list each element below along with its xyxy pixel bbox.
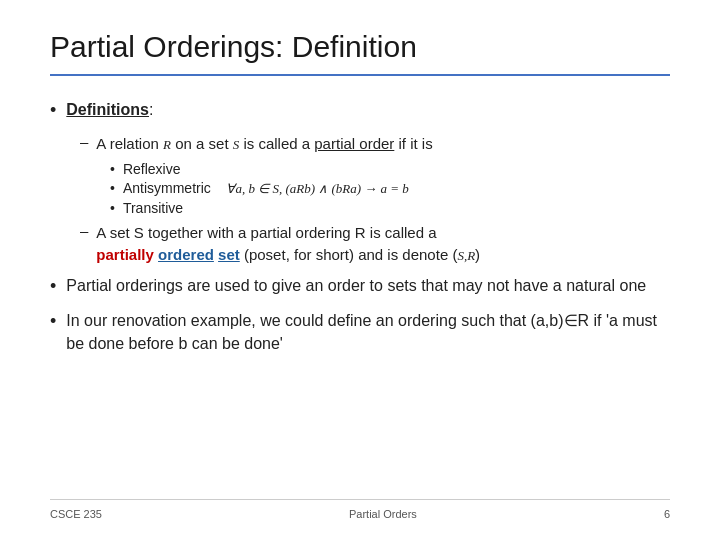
var-s: S	[233, 137, 240, 152]
footer-center: Partial Orders	[349, 508, 417, 520]
slide: Partial Orderings: Definition • Definiti…	[0, 0, 720, 540]
renovation-text: In our renovation example, we could defi…	[66, 309, 670, 355]
sub-bullet-relation: – A relation R on a set S is called a pa…	[80, 133, 670, 155]
poset-text: A set S together with a partial ordering…	[96, 222, 480, 266]
set-label: set	[218, 246, 240, 263]
subsub-transitive: • Transitive	[110, 200, 670, 216]
ordered-label: ordered	[158, 246, 214, 263]
footer-left: CSCE 235	[50, 508, 102, 520]
var-r: R	[163, 137, 171, 152]
antisymmetric-formula: ∀a, b ∈ S, (aRb) ∧ (bRa) → a = b	[226, 181, 408, 196]
transitive-label: Transitive	[123, 200, 183, 216]
subsub-antisymmetric: • Antisymmetric ∀a, b ∈ S, (aRb) ∧ (bRa)…	[110, 180, 670, 197]
poset-rest: (poset, for short) and is denote (S,R)	[244, 246, 480, 263]
bullet-renovation: • In our renovation example, we could de…	[50, 309, 670, 355]
relation-text: A relation R on a set S is called a part…	[96, 133, 432, 155]
antisymmetric-label: Antisymmetric ∀a, b ∈ S, (aRb) ∧ (bRa) →…	[123, 180, 409, 197]
partial-orderings-text: Partial orderings are used to give an or…	[66, 274, 646, 297]
reflexive-label: Reflexive	[123, 161, 181, 177]
bullet-partial-orderings: • Partial orderings are used to give an …	[50, 274, 670, 299]
definitions-colon: :	[149, 101, 153, 118]
slide-footer: CSCE 235 Partial Orders 6	[50, 499, 670, 520]
slide-content: • Definitions: – A relation R on a set S…	[50, 88, 670, 499]
bullet-definitions-text: Definitions:	[66, 98, 153, 121]
bullet-definitions: • Definitions:	[50, 98, 670, 123]
dash-1: –	[80, 133, 88, 150]
partial-order-term: partial order	[314, 135, 394, 152]
dash-2: –	[80, 222, 88, 239]
partially-label: partially	[96, 246, 154, 263]
bullet-dot-3: •	[50, 309, 56, 334]
dot-reflexive: •	[110, 161, 115, 177]
slide-title: Partial Orderings: Definition	[50, 30, 670, 76]
sub-bullet-poset: – A set S together with a partial orderi…	[80, 222, 670, 266]
sr-var: S,R	[457, 248, 475, 263]
dot-transitive: •	[110, 200, 115, 216]
bullet-dot-2: •	[50, 274, 56, 299]
definitions-label: Definitions	[66, 101, 149, 118]
footer-right: 6	[664, 508, 670, 520]
dot-antisymmetric: •	[110, 180, 115, 196]
subsub-reflexive: • Reflexive	[110, 161, 670, 177]
bullet-dot-1: •	[50, 98, 56, 123]
